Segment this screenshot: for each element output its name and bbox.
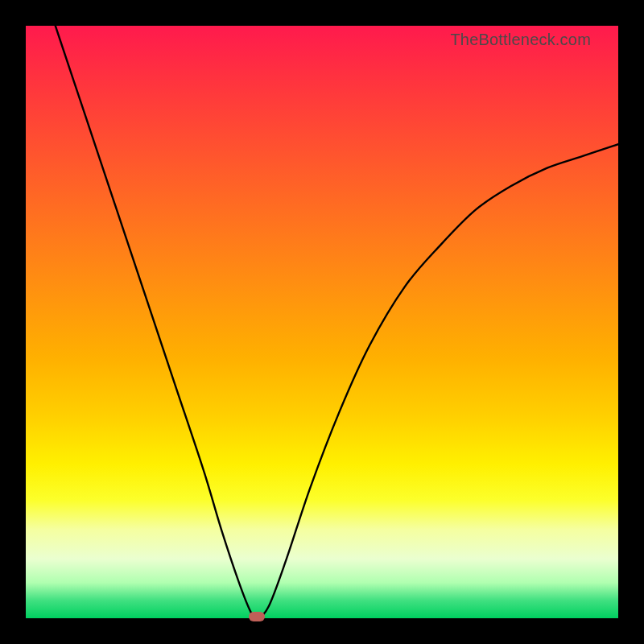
minimum-marker-icon <box>249 612 265 621</box>
plot-area: TheBottleneck.com <box>26 26 618 618</box>
bottleneck-curve <box>26 26 618 618</box>
chart-frame: TheBottleneck.com <box>0 0 644 644</box>
